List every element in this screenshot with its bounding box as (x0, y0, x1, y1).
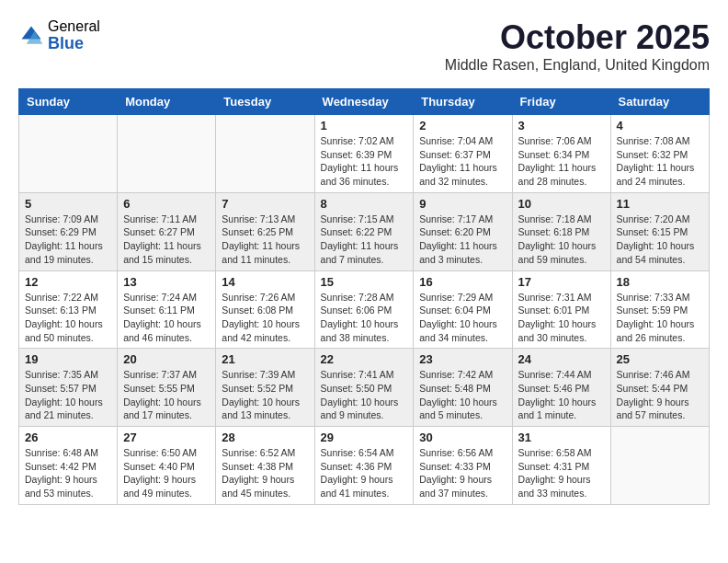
day-info: Sunrise: 7:11 AM Sunset: 6:27 PM Dayligh… (123, 213, 210, 267)
calendar-cell: 2Sunrise: 7:04 AM Sunset: 6:37 PM Daylig… (414, 115, 512, 193)
day-number: 13 (123, 275, 210, 289)
day-number: 27 (123, 431, 210, 444)
calendar-week-row: 12Sunrise: 7:22 AM Sunset: 6:13 PM Dayli… (19, 270, 710, 349)
calendar-cell: 14Sunrise: 7:26 AM Sunset: 6:08 PM Dayli… (216, 270, 314, 349)
logo-text: General Blue (48, 18, 100, 52)
calendar: SundayMondayTuesdayWednesdayThursdayFrid… (18, 88, 710, 505)
day-number: 5 (25, 197, 111, 211)
day-info: Sunrise: 7:26 AM Sunset: 6:08 PM Dayligh… (222, 291, 308, 345)
calendar-cell: 25Sunrise: 7:46 AM Sunset: 5:44 PM Dayli… (610, 349, 709, 427)
day-info: Sunrise: 7:33 AM Sunset: 5:59 PM Dayligh… (617, 291, 703, 345)
calendar-cell: 21Sunrise: 7:39 AM Sunset: 5:52 PM Dayli… (216, 349, 314, 427)
header-thursday: Thursday (414, 89, 512, 115)
day-info: Sunrise: 7:04 AM Sunset: 6:37 PM Dayligh… (419, 134, 506, 189)
calendar-cell: 6Sunrise: 7:11 AM Sunset: 6:27 PM Daylig… (118, 192, 216, 270)
day-number: 3 (518, 119, 605, 132)
header-sunday: Sunday (19, 89, 118, 115)
calendar-cell (610, 427, 709, 505)
calendar-cell: 30Sunrise: 6:56 AM Sunset: 4:33 PM Dayli… (414, 427, 512, 505)
day-number: 9 (419, 197, 506, 211)
day-number: 17 (518, 275, 605, 289)
calendar-cell: 1Sunrise: 7:02 AM Sunset: 6:39 PM Daylig… (314, 115, 414, 193)
calendar-cell: 11Sunrise: 7:20 AM Sunset: 6:15 PM Dayli… (610, 192, 709, 270)
calendar-week-row: 26Sunrise: 6:48 AM Sunset: 4:42 PM Dayli… (19, 427, 710, 505)
day-number: 29 (321, 431, 408, 444)
day-info: Sunrise: 6:52 AM Sunset: 4:38 PM Dayligh… (222, 446, 308, 500)
day-info: Sunrise: 6:58 AM Sunset: 4:31 PM Dayligh… (518, 446, 605, 500)
calendar-cell: 12Sunrise: 7:22 AM Sunset: 6:13 PM Dayli… (19, 270, 118, 349)
calendar-week-row: 19Sunrise: 7:35 AM Sunset: 5:57 PM Dayli… (19, 349, 710, 427)
day-info: Sunrise: 6:54 AM Sunset: 4:36 PM Dayligh… (321, 446, 408, 500)
day-info: Sunrise: 7:22 AM Sunset: 6:13 PM Dayligh… (25, 291, 111, 345)
day-number: 24 (518, 352, 605, 366)
calendar-cell (216, 115, 314, 193)
day-info: Sunrise: 7:37 AM Sunset: 5:55 PM Dayligh… (123, 368, 210, 422)
day-number: 10 (518, 197, 605, 211)
logo-icon (18, 23, 44, 49)
day-info: Sunrise: 7:46 AM Sunset: 5:44 PM Dayligh… (617, 368, 703, 422)
day-number: 28 (222, 431, 308, 444)
calendar-week-row: 5Sunrise: 7:09 AM Sunset: 6:29 PM Daylig… (19, 192, 710, 270)
day-info: Sunrise: 7:39 AM Sunset: 5:52 PM Dayligh… (222, 368, 308, 422)
page-header: General Blue October 2025 Middle Rasen, … (18, 18, 710, 74)
day-info: Sunrise: 7:02 AM Sunset: 6:39 PM Dayligh… (321, 134, 408, 189)
calendar-cell: 29Sunrise: 6:54 AM Sunset: 4:36 PM Dayli… (314, 427, 414, 505)
header-monday: Monday (118, 89, 216, 115)
calendar-cell: 3Sunrise: 7:06 AM Sunset: 6:34 PM Daylig… (512, 115, 610, 193)
day-number: 14 (222, 275, 308, 289)
day-number: 7 (222, 197, 308, 211)
day-info: Sunrise: 7:15 AM Sunset: 6:22 PM Dayligh… (321, 213, 408, 267)
day-info: Sunrise: 7:13 AM Sunset: 6:25 PM Dayligh… (222, 213, 308, 267)
day-info: Sunrise: 7:24 AM Sunset: 6:11 PM Dayligh… (123, 291, 210, 345)
calendar-cell: 17Sunrise: 7:31 AM Sunset: 6:01 PM Dayli… (512, 270, 610, 349)
calendar-week-row: 1Sunrise: 7:02 AM Sunset: 6:39 PM Daylig… (19, 115, 710, 193)
calendar-cell: 15Sunrise: 7:28 AM Sunset: 6:06 PM Dayli… (314, 270, 414, 349)
day-info: Sunrise: 7:28 AM Sunset: 6:06 PM Dayligh… (321, 291, 408, 345)
calendar-cell: 26Sunrise: 6:48 AM Sunset: 4:42 PM Dayli… (19, 427, 118, 505)
calendar-cell: 8Sunrise: 7:15 AM Sunset: 6:22 PM Daylig… (314, 192, 414, 270)
location: Middle Rasen, England, United Kingdom (445, 57, 710, 74)
day-number: 16 (419, 275, 506, 289)
day-info: Sunrise: 7:17 AM Sunset: 6:20 PM Dayligh… (419, 213, 506, 267)
month-title: October 2025 (445, 18, 710, 57)
day-info: Sunrise: 7:41 AM Sunset: 5:50 PM Dayligh… (321, 368, 408, 422)
day-number: 25 (617, 352, 703, 366)
day-number: 15 (321, 275, 408, 289)
calendar-cell: 5Sunrise: 7:09 AM Sunset: 6:29 PM Daylig… (19, 192, 118, 270)
header-tuesday: Tuesday (216, 89, 314, 115)
day-info: Sunrise: 7:35 AM Sunset: 5:57 PM Dayligh… (25, 368, 111, 422)
day-number: 26 (25, 431, 111, 444)
day-info: Sunrise: 6:48 AM Sunset: 4:42 PM Dayligh… (25, 446, 111, 500)
logo-blue: Blue (48, 35, 100, 53)
day-number: 21 (222, 352, 308, 366)
day-number: 22 (321, 352, 408, 366)
calendar-cell: 4Sunrise: 7:08 AM Sunset: 6:32 PM Daylig… (610, 115, 709, 193)
day-info: Sunrise: 7:44 AM Sunset: 5:46 PM Dayligh… (518, 368, 605, 422)
calendar-cell: 13Sunrise: 7:24 AM Sunset: 6:11 PM Dayli… (118, 270, 216, 349)
day-number: 23 (419, 352, 506, 366)
calendar-cell: 19Sunrise: 7:35 AM Sunset: 5:57 PM Dayli… (19, 349, 118, 427)
day-number: 6 (123, 197, 210, 211)
day-info: Sunrise: 7:18 AM Sunset: 6:18 PM Dayligh… (518, 213, 605, 267)
logo-general: General (48, 18, 100, 35)
calendar-cell: 18Sunrise: 7:33 AM Sunset: 5:59 PM Dayli… (610, 270, 709, 349)
calendar-cell: 31Sunrise: 6:58 AM Sunset: 4:31 PM Dayli… (512, 427, 610, 505)
day-number: 2 (419, 119, 506, 132)
calendar-cell: 24Sunrise: 7:44 AM Sunset: 5:46 PM Dayli… (512, 349, 610, 427)
day-number: 20 (123, 352, 210, 366)
day-number: 11 (617, 197, 703, 211)
day-info: Sunrise: 6:56 AM Sunset: 4:33 PM Dayligh… (419, 446, 506, 500)
day-info: Sunrise: 7:42 AM Sunset: 5:48 PM Dayligh… (419, 368, 506, 422)
calendar-header-row: SundayMondayTuesdayWednesdayThursdayFrid… (19, 89, 710, 115)
logo: General Blue (18, 18, 100, 52)
calendar-cell (118, 115, 216, 193)
header-saturday: Saturday (610, 89, 709, 115)
title-block: October 2025 Middle Rasen, England, Unit… (445, 18, 710, 74)
day-number: 30 (419, 431, 506, 444)
calendar-cell: 9Sunrise: 7:17 AM Sunset: 6:20 PM Daylig… (414, 192, 512, 270)
day-number: 18 (617, 275, 703, 289)
calendar-cell: 20Sunrise: 7:37 AM Sunset: 5:55 PM Dayli… (118, 349, 216, 427)
day-info: Sunrise: 6:50 AM Sunset: 4:40 PM Dayligh… (123, 446, 210, 500)
calendar-cell: 23Sunrise: 7:42 AM Sunset: 5:48 PM Dayli… (414, 349, 512, 427)
day-number: 31 (518, 431, 605, 444)
